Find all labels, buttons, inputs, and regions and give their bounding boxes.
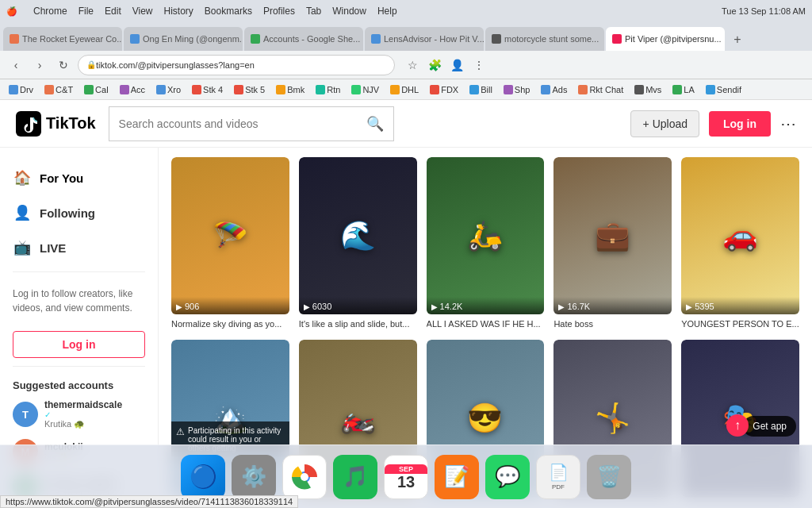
bookmark-la[interactable]: LA: [668, 83, 698, 96]
bookmark-star-icon[interactable]: ☆: [403, 56, 422, 75]
thumb-bg-4: 🚗: [681, 157, 799, 314]
suggested-accounts-label: Suggested accounts: [0, 373, 158, 394]
bookmark-stk5[interactable]: Stk 5: [230, 83, 269, 96]
menu-chrome[interactable]: Chrome: [33, 6, 67, 17]
chrome-address-bar: ‹ › ↻ 🔒 tiktok.com/@pitvipersunglasses?l…: [0, 51, 812, 79]
account-name-0: themermaidscale: [44, 399, 122, 410]
dock-finder[interactable]: 🔵: [181, 455, 225, 499]
view-count-0: 906: [185, 302, 199, 311]
bookmark-drv[interactable]: Drv: [5, 83, 37, 96]
menu-help[interactable]: Help: [377, 6, 397, 17]
tiktok-header: TikTok 🔍 + Upload Log in ⋯: [0, 100, 812, 148]
tab-favicon-5: [612, 34, 622, 44]
menu-tab[interactable]: Tab: [306, 6, 321, 17]
bookmark-bill[interactable]: Bill: [465, 83, 496, 96]
bookmark-ads[interactable]: Ads: [537, 83, 571, 96]
spotify-icon: 🎵: [343, 464, 368, 489]
video-overlay-4: ▶ 5395: [681, 297, 799, 314]
profile-icon[interactable]: 👤: [447, 56, 466, 75]
thumb-bg-3: 💼: [553, 157, 672, 314]
dock-calendar[interactable]: SEP 13: [384, 455, 428, 499]
bookmark-mvs[interactable]: Mvs: [630, 83, 665, 96]
lock-icon: 🔒: [86, 60, 96, 69]
bookmark-xro[interactable]: Xro: [152, 83, 185, 96]
tab-0[interactable]: The Rocket Eyewear Co... ✕: [3, 27, 122, 51]
new-tab-button[interactable]: +: [726, 29, 749, 51]
get-app-button[interactable]: Get app: [743, 416, 796, 437]
chrome-menu-icon[interactable]: ⋮: [469, 56, 488, 75]
back-button[interactable]: ‹: [6, 56, 25, 75]
login-prompt-text: Log in to follow creators, like videos, …: [0, 279, 158, 323]
menu-bookmarks[interactable]: Bookmarks: [205, 6, 252, 17]
video-card-0[interactable]: 🪂 ▶ 906 Normalize sky diving as yo...: [171, 157, 289, 330]
dock-trash[interactable]: 🗑️: [587, 455, 631, 499]
bookmark-rkt[interactable]: Rkt Chat: [574, 83, 627, 96]
bookmark-sendif[interactable]: Sendif: [702, 83, 745, 96]
finder-icon: 🔵: [190, 464, 217, 490]
dock-chrome[interactable]: [282, 455, 327, 499]
dock-sublime[interactable]: 📝: [435, 455, 479, 499]
sidebar-label-for-you: For You: [40, 171, 83, 185]
menu-view[interactable]: View: [132, 6, 153, 17]
calendar-month: SEP: [385, 464, 427, 474]
bookmark-bmk[interactable]: Bmk: [272, 83, 308, 96]
bookmark-stk4[interactable]: Stk 4: [188, 83, 227, 96]
bookmark-fdx[interactable]: FDX: [426, 83, 462, 96]
bookmark-ct[interactable]: C&T: [40, 83, 77, 96]
tab-4[interactable]: motorcycle stunt some... ✕: [485, 27, 604, 51]
tiktok-logo: TikTok: [16, 111, 96, 137]
sidebar-item-following[interactable]: 👤 Following: [0, 195, 158, 230]
bookmark-shp[interactable]: Shp: [500, 83, 534, 96]
menu-edit[interactable]: Edit: [105, 6, 121, 17]
tab-favicon-2: [251, 34, 260, 44]
menu-file[interactable]: File: [79, 6, 94, 17]
menu-window[interactable]: Window: [332, 6, 366, 17]
bookmark-acc[interactable]: Acc: [116, 83, 149, 96]
sidebar-item-live[interactable]: 📺 LIVE: [0, 230, 158, 265]
video-card-3[interactable]: 💼 ▶ 16.7K Hate boss: [553, 157, 672, 330]
play-icon-2: ▶: [431, 302, 438, 311]
warning-icon: ⚠: [176, 426, 185, 437]
tab-1[interactable]: Ong En Ming (@ongenm... ✕: [124, 27, 243, 51]
scroll-to-top-button[interactable]: ↑: [726, 414, 749, 437]
tab-3[interactable]: LensAdvisor - How Pit V... ✕: [365, 27, 484, 51]
bookmark-rtn[interactable]: Rtn: [312, 83, 344, 96]
video-card-4[interactable]: 🚗 ▶ 5395 YOUNGEST PERSON TO E...: [681, 157, 799, 330]
sidebar-item-for-you[interactable]: 🏠 For You: [0, 160, 158, 195]
sidebar-login-button[interactable]: Log in: [13, 331, 145, 358]
more-options-icon[interactable]: ⋯: [780, 114, 796, 133]
video-card-1[interactable]: 🌊 ▶ 6030 It's like a slip and slide, but…: [299, 157, 417, 330]
dock-pdf[interactable]: 📄 PDF: [536, 455, 580, 499]
upload-button[interactable]: + Upload: [630, 110, 699, 137]
apple-menu[interactable]: 🍎: [6, 6, 17, 17]
tab-2[interactable]: Accounts - Google She... ✕: [244, 27, 363, 51]
url-input[interactable]: 🔒 tiktok.com/@pitvipersunglasses?lang=en: [78, 55, 395, 75]
chrome-tab-bar: The Rocket Eyewear Co... ✕ Ong En Ming (…: [0, 22, 812, 51]
forward-button[interactable]: ›: [30, 56, 49, 75]
search-box[interactable]: 🔍: [109, 106, 394, 141]
login-button[interactable]: Log in: [709, 111, 771, 137]
following-icon: 👤: [13, 203, 32, 222]
video-caption-2: ALL I ASKED WAS IF HE H...: [427, 318, 545, 329]
dock-system-prefs[interactable]: ⚙️: [232, 455, 276, 499]
video-thumb-2: 🛵 ▶ 14.2K: [427, 157, 545, 314]
video-card-2[interactable]: 🛵 ▶ 14.2K ALL I ASKED WAS IF HE H...: [427, 157, 545, 330]
dock-whatsapp[interactable]: 💬: [485, 455, 530, 499]
sidebar-label-live: LIVE: [40, 241, 66, 255]
verified-badge-0: ✓: [44, 410, 122, 419]
search-icon[interactable]: 🔍: [366, 115, 384, 133]
extensions-icon[interactable]: 🧩: [425, 56, 444, 75]
tab-5[interactable]: Pit Viper (@pitvipersnu... ✕: [606, 27, 725, 51]
video-overlay-0: ▶ 906: [171, 297, 289, 314]
tab-label-5: Pit Viper (@pitvipersnu...: [625, 34, 722, 44]
bookmark-dhl[interactable]: DHL: [386, 83, 423, 96]
dock-spotify[interactable]: 🎵: [333, 455, 377, 499]
reload-button[interactable]: ↻: [54, 56, 73, 75]
search-input[interactable]: [119, 117, 360, 130]
menu-profiles[interactable]: Profiles: [263, 6, 295, 17]
bookmark-cal[interactable]: Cal: [80, 83, 113, 96]
view-count-2: 14.2K: [440, 302, 463, 311]
bookmark-njv[interactable]: NJV: [347, 83, 383, 96]
account-item-0[interactable]: T themermaidscale ✓ Krutika 🐢: [0, 394, 158, 434]
menu-history[interactable]: History: [164, 6, 193, 17]
